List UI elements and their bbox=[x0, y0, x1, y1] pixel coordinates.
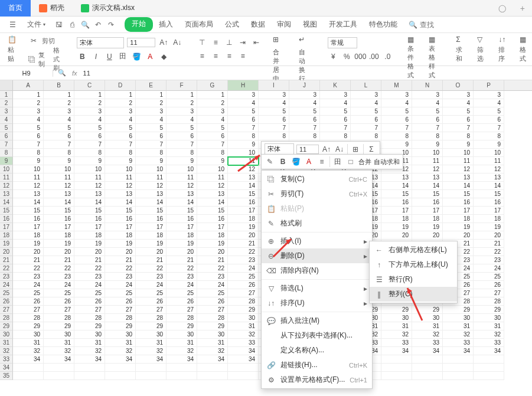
cell[interactable]: 8 bbox=[443, 132, 474, 140]
cell[interactable]: 10 bbox=[412, 149, 443, 157]
cell[interactable]: 31 bbox=[228, 322, 259, 330]
cell[interactable]: 19 bbox=[105, 240, 136, 248]
row-header-33[interactable]: 33 bbox=[0, 355, 13, 364]
formula-value[interactable]: 11 bbox=[83, 70, 90, 77]
row-header-32[interactable]: 32 bbox=[0, 347, 13, 355]
cell[interactable]: 4 bbox=[136, 116, 167, 124]
cell-reference[interactable]: H9 bbox=[0, 70, 53, 77]
cell[interactable]: 9 bbox=[167, 157, 197, 165]
search-box[interactable]: 🔍 bbox=[409, 21, 455, 29]
cell[interactable]: 14 bbox=[197, 198, 228, 207]
cell[interactable]: 15 bbox=[228, 190, 259, 198]
hamburger-icon[interactable]: ☰ bbox=[5, 19, 21, 31]
cell[interactable]: 22 bbox=[105, 264, 136, 273]
underline-icon[interactable]: U bbox=[104, 51, 115, 62]
cell[interactable]: 16 bbox=[381, 198, 412, 207]
cell[interactable]: 22 bbox=[197, 264, 228, 273]
tab-doc2[interactable]: 演示文稿.xlsx bbox=[73, 0, 143, 17]
col-header-B[interactable]: B bbox=[44, 80, 74, 90]
cell[interactable]: 29 bbox=[44, 322, 74, 330]
cell[interactable]: 5 bbox=[289, 107, 320, 116]
cell[interactable]: 7 bbox=[44, 140, 74, 149]
cell[interactable]: 5 bbox=[228, 107, 259, 116]
mini-autosum-label[interactable]: 自动求和 bbox=[374, 158, 400, 166]
row-header-28[interactable]: 28 bbox=[0, 314, 13, 322]
row-header-14[interactable]: 14 bbox=[0, 198, 13, 207]
cell[interactable]: 15 bbox=[167, 207, 197, 215]
cell[interactable]: 9 bbox=[44, 157, 74, 165]
cell[interactable]: 25 bbox=[197, 289, 228, 297]
tab-start[interactable]: 开始 bbox=[125, 17, 153, 32]
cell[interactable] bbox=[167, 364, 197, 372]
cell[interactable]: 4 bbox=[320, 99, 351, 107]
cell[interactable]: 18 bbox=[44, 231, 74, 240]
sum-button[interactable]: Σ求和 bbox=[453, 35, 471, 63]
ctx-delete[interactable]: ⊖删除(D)▸ bbox=[262, 248, 372, 263]
cell[interactable]: 5 bbox=[259, 107, 289, 116]
cell[interactable]: 20 bbox=[412, 231, 443, 240]
cell[interactable] bbox=[228, 364, 259, 372]
cell[interactable]: 13 bbox=[412, 174, 443, 182]
cell[interactable]: 12 bbox=[197, 182, 228, 190]
cell[interactable]: 8 bbox=[105, 149, 136, 157]
cell[interactable]: 27 bbox=[474, 289, 504, 297]
col-header-J[interactable]: J bbox=[289, 80, 320, 90]
cell[interactable]: 6 bbox=[443, 116, 474, 124]
cell[interactable]: 8 bbox=[44, 149, 74, 157]
cell[interactable]: 16 bbox=[167, 215, 197, 223]
cell[interactable]: 32 bbox=[74, 347, 105, 355]
cell[interactable]: 30 bbox=[136, 330, 167, 339]
cell[interactable]: 23 bbox=[136, 273, 167, 281]
cell[interactable]: 31 bbox=[105, 339, 136, 347]
cell[interactable]: 5 bbox=[197, 124, 228, 132]
cell[interactable]: 14 bbox=[74, 198, 105, 207]
row-header-29[interactable]: 29 bbox=[0, 322, 13, 330]
col-header-A[interactable]: A bbox=[13, 80, 44, 90]
col-header-D[interactable]: D bbox=[105, 80, 136, 90]
cell[interactable]: 21 bbox=[228, 240, 259, 248]
cell[interactable]: 18 bbox=[13, 231, 44, 240]
cell[interactable]: 5 bbox=[13, 124, 44, 132]
balloon-icon[interactable]: ◯ bbox=[491, 4, 513, 12]
cell[interactable]: 16 bbox=[474, 198, 504, 207]
cell[interactable]: 10 bbox=[197, 165, 228, 174]
font-color-icon[interactable]: A bbox=[145, 51, 155, 62]
cell[interactable]: 9 bbox=[381, 140, 412, 149]
cell[interactable]: 32 bbox=[228, 330, 259, 339]
row-header-2[interactable]: 2 bbox=[0, 99, 13, 107]
cell[interactable]: 14 bbox=[443, 182, 474, 190]
cell[interactable]: 7 bbox=[136, 140, 167, 149]
cell[interactable]: 32 bbox=[44, 347, 74, 355]
cell[interactable]: 21 bbox=[197, 256, 228, 264]
cell[interactable]: 15 bbox=[74, 207, 105, 215]
row-header-22[interactable]: 22 bbox=[0, 264, 13, 273]
row-header-13[interactable]: 13 bbox=[0, 190, 13, 198]
cell[interactable]: 5 bbox=[136, 124, 167, 132]
cell[interactable]: 8 bbox=[197, 149, 228, 157]
row-header-1[interactable]: 1 bbox=[0, 91, 13, 99]
cell[interactable]: 21 bbox=[44, 256, 74, 264]
align-right-icon[interactable]: ≡ bbox=[224, 51, 234, 61]
wrap-text-button[interactable]: ↵自动换行 bbox=[296, 35, 314, 83]
cell[interactable]: 29 bbox=[443, 306, 474, 314]
cell[interactable]: 6 bbox=[197, 132, 228, 140]
col-header-F[interactable]: F bbox=[167, 80, 197, 90]
cell[interactable]: 5 bbox=[412, 107, 443, 116]
mini-dec-font-icon[interactable]: A↓ bbox=[334, 144, 345, 155]
cell[interactable]: 16 bbox=[105, 215, 136, 223]
cell[interactable]: 21 bbox=[13, 256, 44, 264]
col-header-E[interactable]: E bbox=[136, 80, 167, 90]
cell[interactable]: 30 bbox=[381, 314, 412, 322]
cell[interactable] bbox=[167, 372, 197, 380]
cell[interactable]: 25 bbox=[136, 289, 167, 297]
cell[interactable]: 31 bbox=[381, 322, 412, 330]
cell[interactable]: 26 bbox=[13, 297, 44, 306]
cell[interactable]: 4 bbox=[381, 99, 412, 107]
cell[interactable]: 22 bbox=[74, 264, 105, 273]
col-header-G[interactable]: G bbox=[197, 80, 228, 90]
mini-merge-icon[interactable]: ⊞ bbox=[350, 144, 361, 155]
cell[interactable]: 3 bbox=[44, 107, 74, 116]
cell[interactable] bbox=[381, 372, 412, 380]
cell[interactable]: 5 bbox=[320, 107, 351, 116]
cell[interactable]: 2 bbox=[136, 99, 167, 107]
